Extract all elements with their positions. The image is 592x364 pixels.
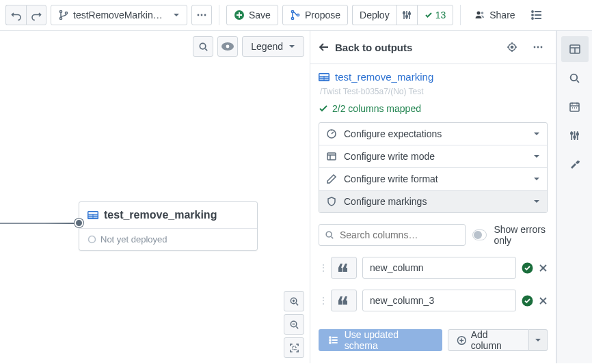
dataset-link[interactable]: test_remove_marking <box>319 71 548 83</box>
propose-label: Propose <box>305 10 340 20</box>
hammer-icon <box>569 158 581 170</box>
svg-point-5 <box>204 14 206 16</box>
drag-handle[interactable]: ⋮⋮ <box>319 296 325 305</box>
back-to-outputs-button[interactable]: Back to outputs <box>319 42 496 53</box>
search-columns-input-wrap <box>319 224 466 246</box>
svg-point-7 <box>291 10 293 12</box>
svg-rect-39 <box>325 76 329 78</box>
locate-icon <box>507 42 517 53</box>
rail-settings-button[interactable] <box>561 36 589 62</box>
column-type-button[interactable] <box>331 290 357 311</box>
branch-name: testRemoveMarkin… <box>73 10 163 20</box>
deploy-count: 13 <box>435 10 446 20</box>
search-columns-input[interactable] <box>340 229 459 240</box>
share-button[interactable]: Share <box>468 5 522 25</box>
zoom-out-icon <box>289 320 299 330</box>
rail-search-button[interactable] <box>561 65 589 91</box>
column-row: ⋮⋮ new_column <box>319 257 548 279</box>
rail-schedule-button[interactable] <box>561 94 589 120</box>
zoom-out-button[interactable] <box>284 314 304 335</box>
dataset-name: test_remove_marking <box>335 71 433 83</box>
zoom-fit-button[interactable] <box>284 337 304 358</box>
configure-markings-row[interactable]: Configure markings <box>319 191 547 212</box>
remove-column-button[interactable] <box>539 264 548 272</box>
sliders-icon <box>569 130 580 141</box>
svg-rect-23 <box>89 214 93 216</box>
add-column-button[interactable]: Add column <box>448 329 529 351</box>
configure-write-mode-row[interactable]: Configure write mode <box>319 145 547 168</box>
legend-button[interactable]: Legend <box>242 36 304 57</box>
undo-button[interactable] <box>5 5 26 25</box>
svg-point-11 <box>406 16 408 18</box>
deploy-button[interactable]: Deploy <box>352 5 396 25</box>
column-name-input[interactable]: new_column_3 <box>362 290 516 311</box>
caret-down-icon <box>533 198 540 205</box>
svg-point-49 <box>329 342 331 344</box>
deploy-settings-button[interactable] <box>396 5 417 25</box>
svg-rect-24 <box>94 214 98 216</box>
add-column-menu-button[interactable] <box>529 329 548 351</box>
right-rail <box>556 31 592 363</box>
svg-point-2 <box>65 12 67 14</box>
list-icon <box>328 335 339 346</box>
gauge-icon <box>326 128 337 139</box>
valid-icon <box>522 262 533 274</box>
use-updated-label: Use updated schema <box>345 329 433 351</box>
pencil-icon <box>326 173 337 184</box>
svg-rect-26 <box>94 216 98 218</box>
list-icon <box>530 9 543 21</box>
columns-mapped-status: 2/2 columns mapped <box>319 100 548 114</box>
zoom-in-button[interactable] <box>284 291 304 311</box>
config-label: Configure expectations <box>344 128 526 139</box>
more-button[interactable] <box>191 5 212 25</box>
svg-rect-30 <box>293 346 296 350</box>
column-name-input[interactable]: new_column <box>362 257 516 279</box>
svg-point-4 <box>201 14 203 16</box>
propose-button[interactable]: Propose <box>282 5 348 25</box>
more-icon <box>196 10 207 20</box>
target-button[interactable] <box>502 38 522 57</box>
svg-point-1 <box>59 17 62 19</box>
svg-point-10 <box>403 12 405 14</box>
show-errors-toggle[interactable] <box>472 229 487 240</box>
outline-button[interactable] <box>526 5 547 25</box>
svg-point-9 <box>297 14 299 16</box>
undo-redo-group <box>5 5 46 25</box>
redo-button[interactable] <box>26 5 46 25</box>
svg-point-55 <box>574 136 576 138</box>
configure-expectations-row[interactable]: Configure expectations <box>319 123 547 145</box>
rail-sliders-button[interactable] <box>561 122 589 148</box>
canvas[interactable]: Legend test_remove_marking Not yet deplo… <box>0 31 310 363</box>
canvas-view-button[interactable] <box>217 36 238 57</box>
use-updated-schema-button[interactable]: Use updated schema <box>319 329 442 351</box>
save-button[interactable]: Save <box>226 5 278 25</box>
calendar-icon <box>569 101 580 113</box>
dataset-node[interactable]: test_remove_marking Not yet deployed <box>79 201 258 251</box>
branch-selector[interactable]: testRemoveMarkin… <box>51 5 187 25</box>
configure-write-format-row[interactable]: Configure write format <box>319 168 547 191</box>
panel-more-button[interactable] <box>528 38 548 57</box>
drag-handle[interactable]: ⋮⋮ <box>319 263 325 272</box>
remove-column-button[interactable] <box>539 296 548 305</box>
canvas-search-button[interactable] <box>193 36 213 57</box>
panel-icon <box>569 43 581 55</box>
edge-line <box>0 223 75 224</box>
deploy-group: Deploy 13 <box>352 5 453 25</box>
check-icon <box>425 11 433 19</box>
column-type-button[interactable] <box>331 257 357 279</box>
deploy-status-button[interactable]: 13 <box>417 5 454 25</box>
config-label: Configure write format <box>344 173 526 184</box>
input-port[interactable] <box>75 219 83 227</box>
svg-point-18 <box>200 43 205 48</box>
config-label: Configure markings <box>344 196 526 207</box>
svg-point-27 <box>89 236 96 243</box>
sliders-icon <box>401 10 412 20</box>
rail-build-button[interactable] <box>561 151 589 177</box>
node-title: test_remove_marking <box>104 209 217 221</box>
svg-point-0 <box>59 10 62 12</box>
quote-icon <box>338 264 349 272</box>
svg-point-13 <box>477 12 481 15</box>
shield-icon <box>326 196 337 207</box>
branch-icon <box>58 10 69 20</box>
config-label: Configure write mode <box>344 151 526 162</box>
